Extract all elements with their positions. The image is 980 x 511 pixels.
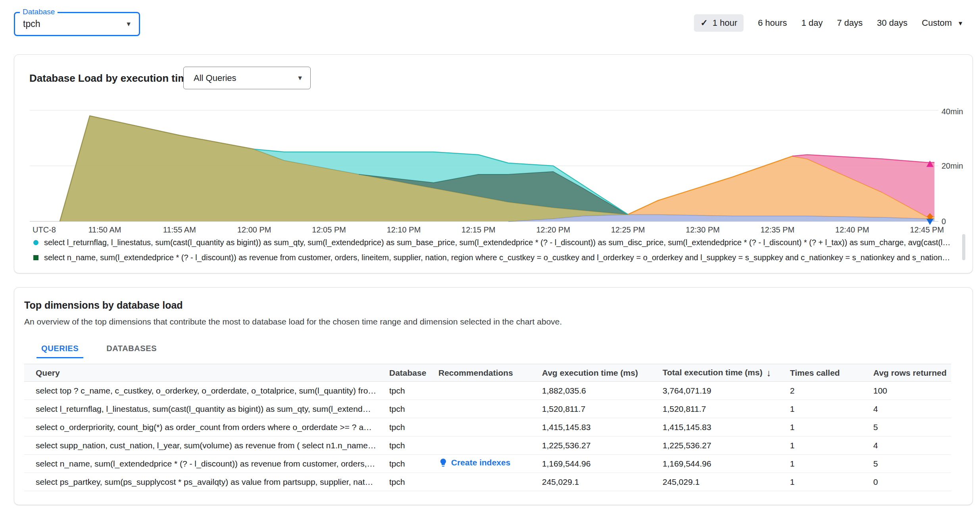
time-range-label: 30 days bbox=[877, 18, 907, 28]
time-range-30-days[interactable]: 30 days bbox=[877, 18, 907, 28]
y-axis-label-20min: 20min bbox=[942, 161, 963, 171]
column-header-avg-execution-time-ms[interactable]: Avg execution time (ms) bbox=[542, 364, 663, 382]
cell-times-called: 2 bbox=[790, 382, 873, 400]
column-header-recommendations[interactable]: Recommendations bbox=[438, 364, 542, 382]
column-label: Database bbox=[389, 368, 426, 377]
database-selector[interactable]: Database tpch ▼ bbox=[14, 12, 140, 36]
cell-total-execution-time: 1,520,811.7 bbox=[663, 400, 790, 418]
column-header-avg-rows-returned[interactable]: Avg rows returned bbox=[873, 364, 951, 382]
time-range-7-days[interactable]: 7 days bbox=[837, 18, 863, 28]
cell-avg-execution-time: 1,882,035.6 bbox=[542, 382, 663, 400]
y-axis-label-40min: 40min bbox=[942, 107, 963, 116]
cell-times-called: 1 bbox=[790, 473, 873, 491]
query-filter-value: All Queries bbox=[194, 73, 297, 83]
legend-query-text: select l_returnflag, l_linestatus, sum(c… bbox=[44, 238, 954, 247]
time-range-1-hour[interactable]: ✓1 hour bbox=[694, 14, 744, 32]
load-card-title: Database Load by execution time bbox=[29, 72, 193, 85]
x-axis-tick-label: 12:20 PM bbox=[521, 225, 585, 234]
cell-times-called: 1 bbox=[790, 400, 873, 418]
top-dimensions-subtitle: An overview of the top dimensions that c… bbox=[24, 317, 562, 327]
cell-query: select l_returnflag, l_linestatus, sum(c… bbox=[24, 400, 389, 418]
legend-item[interactable]: select n_name, sum(l_extendedprice * (? … bbox=[33, 252, 954, 263]
chart-legend: select l_returnflag, l_linestatus, sum(c… bbox=[33, 236, 954, 267]
time-range-selector: ✓1 hour6 hours1 day7 days30 daysCustom▼ bbox=[694, 14, 963, 32]
column-label: Avg rows returned bbox=[873, 368, 947, 377]
query-text: select ps_partkey, sum(ps_supplycost * p… bbox=[36, 477, 389, 487]
cell-avg-rows-returned: 5 bbox=[873, 418, 951, 436]
load-chart bbox=[30, 108, 938, 227]
cell-recommendations bbox=[438, 382, 542, 400]
lightbulb-icon bbox=[438, 458, 448, 467]
time-range-label: 1 hour bbox=[713, 18, 737, 28]
legend-scrollbar[interactable] bbox=[962, 234, 965, 260]
cell-database: tpch bbox=[389, 473, 438, 491]
x-axis-tick-label: 12:15 PM bbox=[447, 225, 510, 234]
sort-descending-icon[interactable]: ↓ bbox=[767, 367, 771, 378]
legend-square-marker bbox=[33, 255, 38, 260]
table-row[interactable]: select n_name, sum(l_extendedprice * (? … bbox=[24, 455, 951, 473]
table-row[interactable]: select ps_partkey, sum(ps_supplycost * p… bbox=[24, 473, 951, 491]
cell-avg-rows-returned: 5 bbox=[873, 455, 951, 473]
cell-total-execution-time: 1,225,536.27 bbox=[663, 436, 790, 455]
query-text: select top ? c_name, c_custkey, o_orderk… bbox=[36, 386, 389, 396]
cell-total-execution-time: 3,764,071.19 bbox=[663, 382, 790, 400]
top-dimensions-card: Top dimensions by database load An overv… bbox=[14, 287, 973, 505]
x-axis-timezone-label: UTC-8 bbox=[33, 225, 56, 234]
legend-item[interactable]: select l_returnflag, l_linestatus, sum(c… bbox=[33, 236, 954, 248]
cell-recommendations bbox=[438, 473, 542, 491]
database-selector-label: Database bbox=[20, 8, 58, 16]
cell-total-execution-time: 1,169,544.96 bbox=[663, 455, 790, 473]
top-dimensions-title: Top dimensions by database load bbox=[24, 300, 183, 311]
x-axis-tick-label: 12:30 PM bbox=[671, 225, 734, 234]
table-row[interactable]: select l_returnflag, l_linestatus, sum(c… bbox=[24, 400, 951, 418]
cell-total-execution-time: 1,415,145.83 bbox=[663, 418, 790, 436]
cell-recommendations bbox=[438, 436, 542, 455]
column-label: Total execution time (ms) bbox=[663, 368, 763, 377]
table-row[interactable]: select o_orderpriority, count_big(*) as … bbox=[24, 418, 951, 436]
column-header-database[interactable]: Database bbox=[389, 364, 438, 382]
cell-total-execution-time: 245,029.1 bbox=[663, 473, 790, 491]
cell-query: select o_orderpriority, count_big(*) as … bbox=[24, 418, 389, 436]
query-text: select supp_nation, cust_nation, l_year,… bbox=[36, 441, 389, 450]
table-row[interactable]: select top ? c_name, c_custkey, o_orderk… bbox=[24, 382, 951, 400]
create-indexes-link[interactable]: Create indexes bbox=[438, 458, 510, 467]
x-axis-tick-label: 12:40 PM bbox=[821, 225, 884, 234]
table-header-row: QueryDatabaseRecommendationsAvg executio… bbox=[24, 364, 951, 382]
time-range-custom[interactable]: Custom▼ bbox=[922, 18, 963, 28]
column-header-query[interactable]: Query bbox=[24, 364, 389, 382]
caret-down-icon: ▼ bbox=[125, 21, 132, 27]
cell-times-called: 1 bbox=[790, 418, 873, 436]
cell-avg-execution-time: 245,029.1 bbox=[542, 473, 663, 491]
time-range-label: 1 day bbox=[801, 18, 823, 28]
x-axis-tick-label: 12:00 PM bbox=[223, 225, 286, 234]
column-header-times-called[interactable]: Times called bbox=[790, 364, 873, 382]
column-header-total-execution-time-ms[interactable]: Total execution time (ms)↓ bbox=[663, 364, 790, 382]
x-axis-tick-label: 12:35 PM bbox=[746, 225, 809, 234]
tab-databases[interactable]: DATABASES bbox=[102, 338, 161, 358]
query-text: select o_orderpriority, count_big(*) as … bbox=[36, 423, 389, 432]
caret-down-icon: ▼ bbox=[297, 75, 303, 81]
tab-bar: QUERIESDATABASES bbox=[37, 338, 161, 358]
cell-database: tpch bbox=[389, 418, 438, 436]
cell-query: select n_name, sum(l_extendedprice * (? … bbox=[24, 455, 389, 473]
x-axis-tick-label: 11:55 AM bbox=[148, 225, 211, 234]
cell-avg-execution-time: 1,415,145.83 bbox=[542, 418, 663, 436]
time-range-6-hours[interactable]: 6 hours bbox=[758, 18, 787, 28]
cell-database: tpch bbox=[389, 382, 438, 400]
query-filter-select[interactable]: All Queries ▼ bbox=[183, 67, 311, 89]
cell-times-called: 1 bbox=[790, 455, 873, 473]
time-range-label: Custom bbox=[922, 18, 952, 28]
cell-avg-rows-returned: 100 bbox=[873, 382, 951, 400]
cell-avg-execution-time: 1,225,536.27 bbox=[542, 436, 663, 455]
cell-query: select ps_partkey, sum(ps_supplycost * p… bbox=[24, 473, 389, 491]
cell-avg-rows-returned: 4 bbox=[873, 436, 951, 455]
tab-queries[interactable]: QUERIES bbox=[37, 338, 83, 358]
cell-recommendations: Create indexes bbox=[438, 455, 542, 473]
cell-avg-rows-returned: 0 bbox=[873, 473, 951, 491]
database-selector-value: tpch bbox=[23, 19, 125, 29]
table-row[interactable]: select supp_nation, cust_nation, l_year,… bbox=[24, 436, 951, 455]
cell-times-called: 1 bbox=[790, 436, 873, 455]
cell-database: tpch bbox=[389, 455, 438, 473]
time-range-1-day[interactable]: 1 day bbox=[801, 18, 823, 28]
top-dimensions-table: QueryDatabaseRecommendationsAvg executio… bbox=[24, 364, 951, 491]
